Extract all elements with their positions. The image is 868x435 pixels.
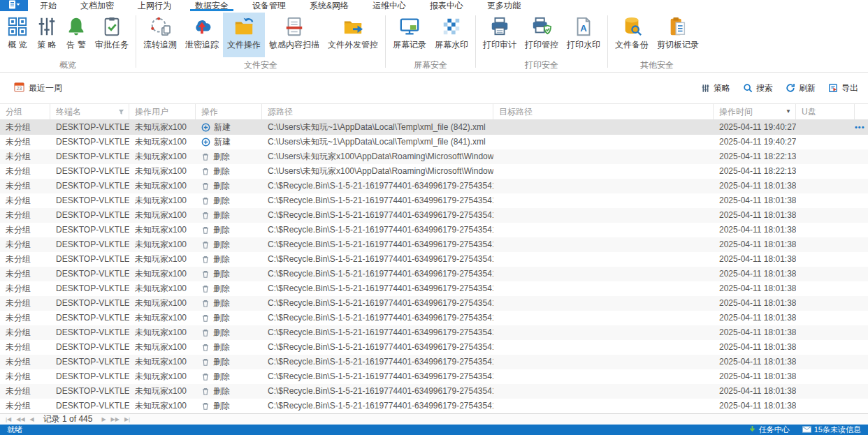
table-row[interactable]: 未分组 DESKTOP-VLKTLE1 未知玩家x100 删除 C:\$Recy… — [0, 325, 868, 340]
ribbon-item-leak-trace[interactable]: 泄密追踪 — [181, 13, 223, 57]
col-usb[interactable]: U盘 — [796, 104, 855, 119]
ribbon-item-flow-trace[interactable]: 流转追溯 — [139, 13, 181, 57]
table-row[interactable]: 未分组 DESKTOP-VLKTLE1 未知玩家x100 删除 C:\Users… — [0, 149, 868, 164]
first-page-button[interactable]: |◀ — [6, 415, 11, 425]
ribbon-item-print-audit[interactable]: 打印审计 — [479, 13, 521, 57]
table-row[interactable]: 未分组 DESKTOP-VLKTLE1 未知玩家x100 删除 C:\Users… — [0, 164, 868, 179]
col-user[interactable]: 操作用户 — [129, 104, 196, 119]
last-page-button[interactable]: ▶| — [124, 415, 130, 425]
table-row[interactable]: 未分组 DESKTOP-VLKTLE1 未知玩家x100 删除 C:\$Recy… — [0, 281, 868, 296]
col-target-path[interactable]: 目标路径 — [493, 104, 714, 119]
cell-group: 未分组 — [0, 193, 50, 208]
tab-report-center[interactable]: 报表中心 — [422, 0, 471, 11]
cell-time: 2025-04-11 18:01:38 — [714, 355, 796, 369]
ribbon-item-approval-tasks[interactable]: 审批任务 — [91, 13, 133, 57]
tab-system-network[interactable]: 系统&网络 — [302, 0, 356, 11]
ribbon-item-screen-watermark[interactable]: 屏幕水印 — [431, 13, 472, 57]
cell-target-path — [493, 281, 714, 296]
table-row[interactable]: 未分组 DESKTOP-VLKTLE1 未知玩家x100 删除 C:\$Recy… — [0, 193, 868, 208]
cell-target-path — [493, 311, 714, 325]
ribbon-item-file-outgoing-control[interactable]: 文件外发管控 — [324, 13, 382, 57]
cell-time: 2025-04-11 18:01:38 — [714, 237, 796, 252]
refresh-button[interactable]: 刷新 — [786, 82, 816, 94]
cell-user: 未知玩家x100 — [129, 149, 196, 164]
tab-doc-encryption[interactable]: 文档加密 — [73, 0, 122, 11]
ribbon-item-clipboard-record[interactable]: 剪切板记录 — [653, 13, 703, 57]
task-center-button[interactable]: 任务中心 — [748, 425, 790, 435]
export-button[interactable]: 导出 — [828, 82, 858, 94]
ribbon-item-print-control[interactable]: 打印管控 — [521, 13, 563, 57]
app-menu-button[interactable] — [0, 0, 28, 11]
col-action[interactable]: 操作 — [196, 104, 262, 119]
table-row[interactable]: 未分组 DESKTOP-VLKTLE1 未知玩家x100 删除 C:\$Recy… — [0, 311, 868, 325]
next-fast-button[interactable]: ▶▶ — [111, 415, 120, 425]
search-button[interactable]: 搜索 — [743, 82, 773, 94]
cell-terminal: DESKTOP-VLKTLE1 — [50, 149, 129, 164]
cell-source-path: C:\$Recycle.Bin\S-1-5-21-1619774401-6349… — [262, 384, 493, 399]
delete-icon — [201, 401, 210, 411]
table-row[interactable]: 未分组 DESKTOP-VLKTLE1 未知玩家x100 删除 C:\$Recy… — [0, 399, 868, 413]
cell-user: 未知玩家x100 — [129, 223, 196, 237]
cell-source-path: C:\$Recycle.Bin\S-1-5-21-1619774401-6349… — [262, 355, 493, 369]
ribbon-item-policy[interactable]: 策 略 — [32, 13, 62, 57]
pagination-bar: |◀ ◀◀ ◀ 记录 1 of 445 ▶ ▶▶ ▶| — [0, 413, 868, 425]
tab-more-features[interactable]: 更多功能 — [479, 0, 528, 11]
col-source-path[interactable]: 源路径 — [262, 104, 493, 119]
col-group[interactable]: 分组 — [0, 104, 50, 119]
table-row[interactable]: 未分组 DESKTOP-VLKTLE1 未知玩家x100 删除 C:\$Recy… — [0, 369, 868, 384]
tab-data-security[interactable]: 数据安全 — [187, 0, 236, 11]
tab-device-management[interactable]: 设备管理 — [245, 0, 294, 11]
ribbon-item-screen-record[interactable]: 屏幕记录 — [389, 13, 431, 57]
cell-target-path — [493, 135, 714, 149]
ribbon-item-sensitive-scan[interactable]: 敏感内容扫描 — [265, 13, 324, 57]
cell-user: 未知玩家x100 — [129, 193, 196, 208]
cell-terminal: DESKTOP-VLKTLE1 — [50, 340, 129, 355]
tab-home[interactable]: 开始 — [32, 0, 64, 11]
ribbon-item-overview[interactable]: 概 览 — [3, 13, 32, 57]
prev-fast-button[interactable]: ◀◀ — [16, 415, 24, 425]
next-page-button[interactable]: ▶ — [101, 415, 106, 425]
cell-terminal: DESKTOP-VLKTLE1 — [50, 208, 129, 223]
table-row[interactable]: 未分组 DESKTOP-VLKTLE1 未知玩家x100 新建 C:\Users… — [0, 120, 868, 135]
table-row[interactable]: 未分组 DESKTOP-VLKTLE1 未知玩家x100 删除 C:\$Recy… — [0, 237, 868, 252]
cell-action: 删除 — [196, 325, 262, 340]
col-terminal[interactable]: 终端名 — [50, 104, 129, 119]
table-row[interactable]: 未分组 DESKTOP-VLKTLE1 未知玩家x100 删除 C:\$Recy… — [0, 223, 868, 237]
table-row[interactable]: 未分组 DESKTOP-VLKTLE1 未知玩家x100 新建 C:\Users… — [0, 135, 868, 149]
date-range-filter[interactable]: 23 最近一周 — [14, 82, 62, 94]
table-row[interactable]: 未分组 DESKTOP-VLKTLE1 未知玩家x100 删除 C:\$Recy… — [0, 355, 868, 369]
cell-terminal: DESKTOP-VLKTLE1 — [50, 252, 129, 267]
tab-web-behavior[interactable]: 上网行为 — [130, 0, 179, 11]
sort-caret-icon[interactable]: ▼ — [786, 104, 791, 119]
policy-button[interactable]: 策略 — [701, 82, 730, 94]
table-row[interactable]: 未分组 DESKTOP-VLKTLE1 未知玩家x100 删除 C:\$Recy… — [0, 340, 868, 355]
table-row[interactable]: 未分组 DESKTOP-VLKTLE1 未知玩家x100 删除 C:\$Recy… — [0, 252, 868, 267]
ribbon-item-print-watermark[interactable]: A 打印水印 — [563, 13, 605, 57]
ribbon-group-label: 屏幕安全 — [389, 57, 472, 75]
cell-usb — [796, 311, 855, 325]
tab-ops-center[interactable]: 运维中心 — [365, 0, 414, 11]
table-row[interactable]: 未分组 DESKTOP-VLKTLE1 未知玩家x100 删除 C:\$Recy… — [0, 208, 868, 223]
delete-icon — [201, 387, 210, 396]
ribbon-item-file-operations[interactable]: 文件操作 — [223, 13, 265, 57]
table-row[interactable]: 未分组 DESKTOP-VLKTLE1 未知玩家x100 删除 C:\$Recy… — [0, 267, 868, 281]
cell-action: 删除 — [196, 399, 262, 413]
row-menu-dots[interactable]: ••• — [855, 123, 865, 131]
column-filter-icon[interactable] — [118, 109, 124, 115]
ribbon-item-file-backup[interactable]: 文件备份 — [611, 13, 653, 57]
ribbon-group-label: 打印安全 — [479, 57, 605, 75]
cell-user: 未知玩家x100 — [129, 237, 196, 252]
cell-usb — [796, 267, 855, 281]
prev-page-button[interactable]: ◀ — [30, 415, 34, 425]
table-row[interactable]: 未分组 DESKTOP-VLKTLE1 未知玩家x100 删除 C:\$Recy… — [0, 296, 868, 311]
action-label: 删除 — [213, 340, 230, 355]
cell-user: 未知玩家x100 — [129, 384, 196, 399]
col-time[interactable]: 操作时间 ▼ — [714, 104, 796, 119]
cell-usb — [796, 340, 855, 355]
ribbon-item-alert[interactable]: 告 警 — [62, 13, 91, 57]
table-row[interactable]: 未分组 DESKTOP-VLKTLE1 未知玩家x100 删除 C:\$Recy… — [0, 384, 868, 399]
table-row[interactable]: 未分组 DESKTOP-VLKTLE1 未知玩家x100 删除 C:\$Recy… — [0, 179, 868, 193]
unread-messages-button[interactable]: 15条未读信息 — [802, 425, 861, 435]
cell-source-path: C:\$Recycle.Bin\S-1-5-21-1619774401-6349… — [262, 223, 493, 237]
cell-action: 删除 — [196, 296, 262, 311]
